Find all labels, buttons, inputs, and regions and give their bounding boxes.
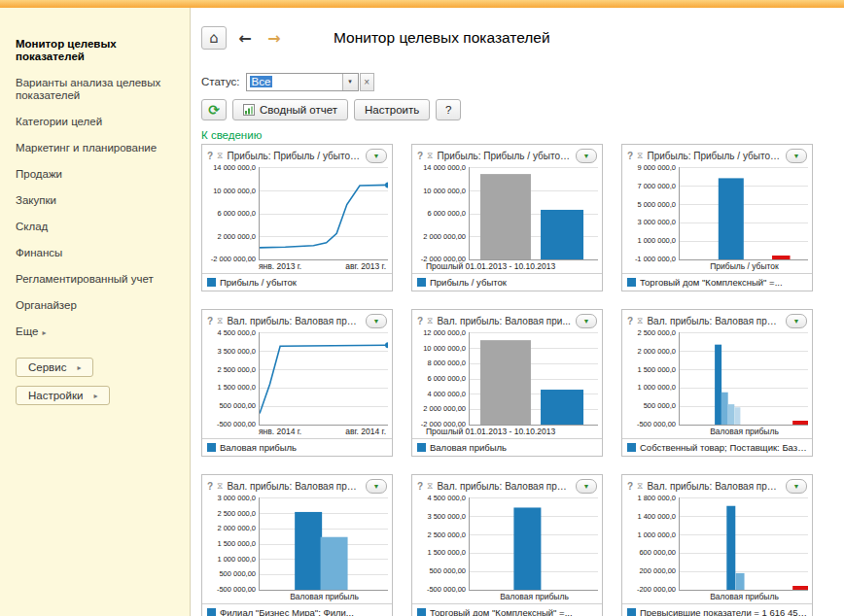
hourglass-icon: ⧖: [427, 481, 433, 492]
chart-menu-button[interactable]: ▼: [786, 479, 807, 494]
chart-plot[interactable]: [469, 332, 598, 426]
y-axis-labels: 14 000 000,010 000 000,06 000 000,02 000…: [204, 167, 259, 260]
actions-toolbar: ⟳ Сводный отчет Настроить ?: [201, 99, 844, 120]
help-icon[interactable]: ?: [207, 481, 213, 492]
sidebar-item-more-label: Еще: [16, 325, 38, 337]
y-axis-labels: 14 000 000,010 000 000,06 000 000,02 000…: [414, 167, 469, 260]
x-axis-labels: Валовая прибыль: [622, 591, 812, 603]
chart-title: Прибыль: Прибыль / убыток п...: [647, 151, 782, 161]
chart-card-header: ? ⧖ Вал. прибыль: Валовая приб... ▼: [622, 475, 812, 496]
help-icon[interactable]: ?: [417, 316, 423, 326]
chart-plot[interactable]: [259, 497, 388, 591]
chart-legend: Торговый дом "Комплексный" =...: [412, 603, 602, 616]
navigation-bar: ⌂ ← → Монитор целевых показателей: [201, 25, 844, 51]
chevron-right-icon: ▸: [77, 363, 81, 372]
sidebar-item-analysis-variants[interactable]: Варианты анализа целевых показателей: [0, 70, 190, 109]
status-combobox-input[interactable]: Все: [247, 74, 342, 90]
settings-button[interactable]: Настройки▸: [16, 386, 110, 405]
help-icon[interactable]: ?: [627, 316, 633, 326]
chart-card: ? ⧖ Вал. прибыль: Валовая приб... ▼ 4 50…: [201, 309, 393, 457]
chart-plot[interactable]: [259, 167, 388, 260]
chart-legend: Валовая прибыль: [202, 438, 392, 456]
sidebar-item-marketing-planning[interactable]: Маркетинг и планирование: [0, 135, 190, 161]
chart-card: ? ⧖ Вал. прибыль: Валовая приб... ▼ 2 50…: [621, 309, 813, 457]
chart-legend: Прибыль / убыток: [202, 273, 392, 291]
chart-menu-button[interactable]: ▼: [366, 314, 387, 328]
clear-status-button[interactable]: ×: [360, 73, 374, 91]
y-axis-labels: 1 800 000,01 400 000,01 000 000,0600 000…: [624, 497, 679, 591]
chart-menu-button[interactable]: ▼: [786, 149, 807, 163]
sidebar-item-finance[interactable]: Финансы: [0, 240, 190, 266]
chart-menu-button[interactable]: ▼: [786, 314, 807, 328]
chart-plot[interactable]: [679, 332, 808, 426]
chevron-down-icon[interactable]: ▾: [342, 74, 358, 90]
status-value: Все: [250, 76, 273, 87]
chart-card-header: ? ⧖ Вал. прибыль: Валовая при... ▼: [412, 310, 602, 330]
configure-button[interactable]: Настроить: [354, 99, 430, 120]
chart-body: 1 800 000,01 400 000,01 000 000,0600 000…: [622, 496, 812, 591]
status-combobox[interactable]: Все ▾: [246, 73, 359, 91]
service-button-label: Сервис: [28, 361, 66, 373]
legend-swatch: [417, 278, 426, 287]
chart-legend: Торговый дом "Комплексный" =...: [622, 273, 812, 291]
chart-card-header: ? ⧖ Вал. прибыль: Валовая приб... ▼: [412, 475, 602, 496]
legend-swatch: [627, 608, 636, 616]
sidebar-item-organizer[interactable]: Органайзер: [0, 292, 190, 319]
chart-legend: Валовая прибыль: [412, 438, 602, 456]
chart-body: 14 000 000,010 000 000,06 000 000,02 000…: [202, 165, 392, 260]
hourglass-icon: ⧖: [427, 316, 433, 326]
help-icon[interactable]: ?: [207, 151, 213, 161]
chart-plot[interactable]: [679, 497, 808, 591]
help-icon[interactable]: ?: [207, 316, 213, 326]
legend-label: Торговый дом "Комплексный" =...: [640, 277, 783, 288]
chart-menu-button[interactable]: ▼: [576, 479, 597, 494]
sidebar-item-more[interactable]: Еще▸: [0, 319, 190, 346]
chart-title: Вал. прибыль: Валовая приб...: [227, 481, 362, 492]
chart-title: Вал. прибыль: Валовая приб...: [647, 481, 782, 492]
help-icon: ?: [445, 104, 451, 116]
chart-title: Вал. прибыль: Валовая при...: [437, 316, 572, 326]
forward-button[interactable]: →: [264, 26, 285, 50]
chart-card: ? ⧖ Вал. прибыль: Валовая приб... ▼ 4 50…: [411, 474, 603, 616]
home-button[interactable]: ⌂: [201, 26, 227, 50]
sidebar-item-warehouse[interactable]: Склад: [0, 214, 190, 240]
y-axis-labels: 4 500 000,03 500 000,02 500 000,01 500 0…: [414, 497, 469, 591]
chart-body: 3 000 000,02 500 000,02 000 000,01 500 0…: [202, 496, 392, 591]
sidebar-item-regulated-accounting[interactable]: Регламентированный учет: [0, 266, 190, 292]
chart-card: ? ⧖ Прибыль: Прибыль / убыток... ▼ 14 00…: [411, 144, 603, 291]
x-axis-labels: янв. 2014 г.авг. 2014 г.: [202, 426, 392, 438]
chevron-down-icon: ▼: [373, 318, 380, 325]
sidebar-item-sales[interactable]: Продажи: [0, 161, 190, 188]
refresh-button[interactable]: ⟳: [201, 99, 227, 120]
back-button[interactable]: ←: [234, 26, 256, 50]
help-icon[interactable]: ?: [627, 481, 633, 492]
legend-label: Торговый дом "Комплексный" =...: [430, 607, 573, 616]
refresh-icon: ⟳: [208, 103, 220, 117]
chart-menu-button[interactable]: ▼: [366, 479, 387, 494]
chart-card-header: ? ⧖ Вал. прибыль: Валовая приб... ▼: [622, 310, 812, 330]
chart-plot[interactable]: [469, 167, 598, 260]
summary-report-button[interactable]: Сводный отчет: [232, 99, 348, 120]
chart-plot[interactable]: [469, 497, 598, 591]
service-button[interactable]: Сервис▸: [16, 358, 93, 377]
legend-swatch: [417, 443, 426, 452]
info-link[interactable]: К сведению: [201, 129, 262, 141]
chart-card-header: ? ⧖ Вал. прибыль: Валовая приб... ▼: [202, 310, 392, 330]
help-icon[interactable]: ?: [417, 481, 423, 492]
legend-label: Превысившие показатели = 1 616 454,38: [640, 607, 807, 616]
help-icon[interactable]: ?: [417, 151, 423, 161]
sidebar-item-purchases[interactable]: Закупки: [0, 188, 190, 214]
y-axis-labels: 9 000 000,07 000 000,05 000 000,03 000 0…: [624, 167, 679, 260]
help-icon[interactable]: ?: [627, 151, 633, 161]
chart-menu-button[interactable]: ▼: [576, 314, 597, 328]
chart-menu-button[interactable]: ▼: [366, 149, 387, 163]
chevron-right-icon: ▸: [93, 392, 97, 400]
help-button[interactable]: ?: [436, 99, 461, 120]
sidebar-item-monitor[interactable]: Монитор целевых показателей: [0, 31, 190, 70]
chevron-down-icon: ▼: [793, 318, 800, 325]
chart-plot[interactable]: [259, 332, 388, 426]
sidebar-item-goal-categories[interactable]: Категории целей: [0, 109, 190, 135]
legend-swatch: [417, 608, 426, 616]
chart-plot[interactable]: [679, 167, 808, 260]
chart-menu-button[interactable]: ▼: [576, 149, 597, 163]
